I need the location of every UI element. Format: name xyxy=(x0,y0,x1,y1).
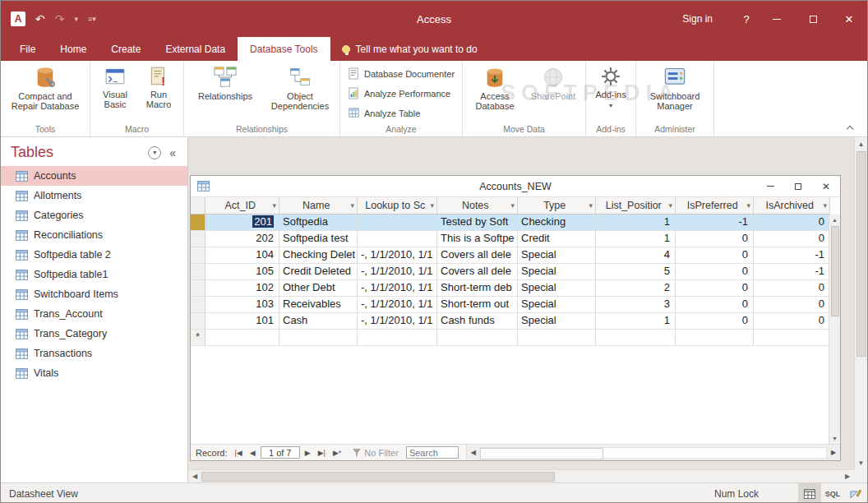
scroll-up-icon[interactable]: ▲ xyxy=(832,215,838,225)
column-header-lookup-to-sc[interactable]: Lookup to Sc▾ xyxy=(358,197,437,215)
sign-in-button[interactable]: Sign in xyxy=(682,13,713,25)
sidebar-item-accounts[interactable]: Accounts xyxy=(1,166,187,186)
scroll-thumb[interactable] xyxy=(856,151,866,357)
cell[interactable]: -1 xyxy=(676,215,754,231)
cell[interactable]: Cash xyxy=(279,313,358,330)
database-documenter-button[interactable]: Database Documenter xyxy=(344,65,458,82)
cell[interactable]: 0 xyxy=(754,215,830,231)
datasheet-view-button[interactable] xyxy=(798,483,821,503)
filter-status[interactable]: No Filter xyxy=(353,448,399,458)
row-selector[interactable] xyxy=(191,297,205,313)
scroll-down-icon[interactable]: ▼ xyxy=(832,433,838,444)
tab-create[interactable]: Create xyxy=(99,37,153,61)
previous-record-button[interactable]: ◀ xyxy=(247,449,258,457)
cell[interactable] xyxy=(205,330,279,346)
row-selector[interactable] xyxy=(191,313,205,330)
tab-file[interactable]: File xyxy=(7,37,48,61)
cell[interactable]: Softpedia test xyxy=(279,231,358,247)
visual-basic-button[interactable]: Visual Basic xyxy=(95,63,136,109)
first-record-button[interactable]: |◀ xyxy=(233,449,245,457)
scroll-right-icon[interactable]: ▶ xyxy=(841,473,854,480)
datasheet-vertical-scrollbar[interactable]: ▲ ▼ xyxy=(829,215,840,444)
cell[interactable]: 2 xyxy=(596,280,676,297)
cell[interactable]: Credit xyxy=(518,231,596,247)
column-filter-arrow-icon[interactable]: ▾ xyxy=(510,201,515,210)
tell-me-box[interactable]: Tell me what you want to do xyxy=(330,37,489,61)
cell[interactable]: -, 1/1/2010, 1/1 xyxy=(358,280,437,297)
column-filter-arrow-icon[interactable]: ▾ xyxy=(823,201,827,210)
sidebar-item-switchboard-items[interactable]: Switchboard Items xyxy=(1,284,187,304)
object-dependencies-button[interactable]: Object Dependencies xyxy=(265,63,335,111)
cell[interactable]: Special xyxy=(518,280,596,297)
cell[interactable]: 0 xyxy=(676,313,754,330)
row-selector[interactable] xyxy=(191,231,205,247)
datasheet-maximize-button[interactable] xyxy=(784,176,812,196)
workspace-horizontal-scrollbar[interactable]: ◀ ▶ xyxy=(188,469,854,482)
cell[interactable]: 1 xyxy=(596,313,676,330)
row-selector[interactable] xyxy=(191,280,205,297)
next-record-button[interactable]: ▶ xyxy=(302,449,313,457)
relationships-button[interactable]: Relationships xyxy=(188,63,262,101)
close-button[interactable]: ✕ xyxy=(831,1,867,37)
new-record-button[interactable]: ▶* xyxy=(330,449,344,457)
cell[interactable] xyxy=(358,231,437,247)
cell[interactable]: Special xyxy=(518,247,596,264)
cell[interactable]: Checking Delet xyxy=(279,247,358,264)
scroll-up-icon[interactable]: ▲ xyxy=(858,137,865,150)
cell[interactable]: -, 1/1/2010, 1/1 xyxy=(358,247,437,264)
row-selector[interactable] xyxy=(191,264,205,280)
column-header-ispreferred[interactable]: IsPreferred▾ xyxy=(676,197,754,215)
datasheet-minimize-button[interactable] xyxy=(756,176,784,196)
search-input[interactable] xyxy=(406,446,459,459)
add-ins-button[interactable]: Add-ins ▾ xyxy=(590,63,631,109)
compact-repair-button[interactable]: Compact and Repair Database xyxy=(5,63,85,111)
cell[interactable]: 1 xyxy=(596,215,676,231)
cell[interactable]: 101 xyxy=(205,313,279,330)
cell[interactable]: Covers all dele xyxy=(437,247,518,264)
cell[interactable]: 0 xyxy=(676,231,754,247)
cell[interactable] xyxy=(596,330,676,346)
record-position[interactable]: 1 of 7 xyxy=(261,446,300,459)
column-filter-arrow-icon[interactable]: ▾ xyxy=(430,201,434,210)
cell[interactable]: Short-term out xyxy=(437,297,518,313)
sharepoint-button[interactable]: SharePoint xyxy=(525,63,581,101)
cell[interactable]: Receivables xyxy=(279,297,358,313)
datasheet-close-button[interactable]: ✕ xyxy=(812,176,840,196)
sidebar-item-transactions[interactable]: Transactions xyxy=(1,344,187,363)
cell[interactable]: 105 xyxy=(205,264,279,280)
cell[interactable]: 201 xyxy=(205,215,279,231)
cell[interactable]: Special xyxy=(518,313,596,330)
cell[interactable]: 0 xyxy=(676,247,754,264)
collapse-ribbon-button[interactable] xyxy=(843,122,857,133)
cell[interactable]: Other Debt xyxy=(279,280,358,297)
select-all-cell[interactable] xyxy=(191,197,205,215)
sidebar-item-categories[interactable]: Categories xyxy=(1,205,187,225)
cell[interactable]: Special xyxy=(518,264,596,280)
column-filter-arrow-icon[interactable]: ▾ xyxy=(350,201,354,210)
cell[interactable]: Checking xyxy=(518,215,596,231)
qat-dropdown-icon[interactable]: ▾ xyxy=(74,15,78,23)
cell[interactable]: Short-term deb xyxy=(437,280,518,297)
cell[interactable]: Covers all dele xyxy=(437,264,518,280)
sidebar-item-vitals[interactable]: Vitals xyxy=(1,363,187,383)
tab-home[interactable]: Home xyxy=(48,37,99,61)
column-filter-arrow-icon[interactable]: ▾ xyxy=(668,201,672,210)
cell[interactable] xyxy=(676,330,754,346)
scroll-left-icon[interactable]: ◀ xyxy=(188,473,201,480)
cell[interactable]: Special xyxy=(518,297,596,313)
last-record-button[interactable]: ▶| xyxy=(316,449,328,457)
column-header-name[interactable]: Name▾ xyxy=(279,197,358,215)
row-selector[interactable] xyxy=(191,247,205,264)
tab-database-tools[interactable]: Database Tools xyxy=(238,37,330,61)
redo-icon[interactable]: ↷ xyxy=(55,12,65,25)
design-view-button[interactable] xyxy=(844,483,867,503)
datasheet-horizontal-scrollbar[interactable]: ◀ ▶ xyxy=(466,445,840,460)
column-filter-arrow-icon[interactable]: ▾ xyxy=(272,201,276,210)
cell[interactable]: 0 xyxy=(754,297,830,313)
cell[interactable]: 202 xyxy=(205,231,279,247)
cell[interactable] xyxy=(279,330,358,346)
minimize-button[interactable] xyxy=(759,1,795,37)
cell[interactable]: This is a Softpe xyxy=(437,231,518,247)
new-record-row[interactable]: * xyxy=(191,330,840,346)
analyze-table-button[interactable]: Analyze Table xyxy=(344,104,423,122)
